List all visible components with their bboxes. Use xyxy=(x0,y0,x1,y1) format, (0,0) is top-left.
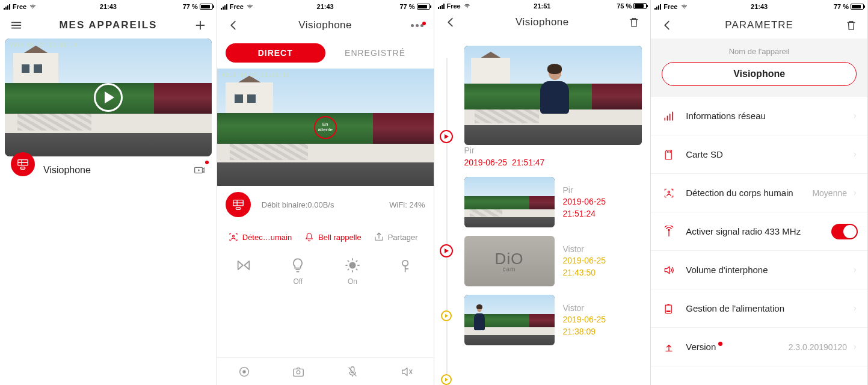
upload-icon xyxy=(660,341,677,353)
svg-point-0 xyxy=(32,8,33,8)
tab-direct[interactable]: DIRECT xyxy=(226,43,325,63)
page-title: PARAMETRE xyxy=(676,19,842,31)
chevron-right-icon xyxy=(852,266,858,274)
delete-button[interactable] xyxy=(842,16,860,34)
event-item[interactable]: Pir 2019-06-25 21:51:47 xyxy=(464,46,642,168)
waiting-badge: En attente xyxy=(314,116,337,139)
device-name-label: Nom de l'appareil xyxy=(662,47,857,56)
event-thumbnail xyxy=(464,295,555,345)
carrier-label: Free xyxy=(230,3,244,10)
carrier-label: Free xyxy=(13,3,26,10)
svg-point-4 xyxy=(250,8,250,8)
person-figure xyxy=(473,305,486,333)
antenna-icon xyxy=(660,226,677,238)
event-type: Vistor xyxy=(563,244,606,256)
play-overlay[interactable] xyxy=(5,38,212,156)
mic-mute-button[interactable] xyxy=(346,365,359,378)
light-on-button[interactable]: On xyxy=(344,257,361,286)
svg-point-15 xyxy=(467,7,467,8)
more-icon xyxy=(411,24,423,27)
battery-pct: 75 % xyxy=(617,2,632,10)
signal-bars-icon xyxy=(221,4,227,10)
radio-toggle[interactable] xyxy=(831,224,858,239)
svg-point-16 xyxy=(683,8,684,8)
screen-settings: Free 21:43 77 % PARAMETRE Nom de l'appar… xyxy=(651,0,868,385)
carrier-label: Free xyxy=(447,2,461,10)
svg-point-17 xyxy=(668,191,670,192)
tab-segment: DIRECT ENREGISTRÉ xyxy=(217,38,434,67)
wifi-icon xyxy=(463,3,471,9)
delete-button[interactable] xyxy=(625,13,643,31)
more-button[interactable] xyxy=(408,16,426,34)
back-button[interactable] xyxy=(442,13,460,31)
svg-rect-6 xyxy=(236,208,240,210)
battery-low-icon xyxy=(660,303,677,315)
chevron-right-icon xyxy=(852,343,858,351)
event-datetime: 2019-06-2521:51:24 xyxy=(563,196,606,220)
svg-rect-2 xyxy=(20,167,25,170)
timeline-node-icon[interactable] xyxy=(440,244,453,257)
event-item[interactable]: DiOcam Vistor 2019-06-2521:43:50 xyxy=(464,236,642,286)
chevron-right-icon xyxy=(852,189,858,197)
version-value: 2.3.0.20190120 xyxy=(789,342,847,352)
back-button[interactable] xyxy=(658,16,676,34)
timeline-node-icon[interactable] xyxy=(440,130,453,143)
add-device-button[interactable] xyxy=(191,16,209,34)
tab-recorded[interactable]: ENREGISTRÉ xyxy=(325,43,425,63)
snapshot-button[interactable] xyxy=(292,365,305,378)
device-preview-card[interactable]: V019 08 25 21:40:14 xyxy=(5,38,212,156)
light-off-button[interactable]: Off xyxy=(289,257,306,286)
menu-button[interactable] xyxy=(7,16,25,34)
row-version[interactable]: Version 2.3.0.20190120 xyxy=(651,328,867,366)
svg-rect-21 xyxy=(666,310,671,312)
battery-icon xyxy=(417,4,430,10)
battery-icon xyxy=(851,4,864,10)
svg-point-13 xyxy=(297,371,300,374)
row-intercom-volume[interactable]: Volume d'interphone xyxy=(651,251,867,289)
sd-card-icon xyxy=(660,149,677,161)
recordings-button[interactable] xyxy=(190,161,208,179)
event-list: Pir 2019-06-25 21:51:47 Pir 2019-06-2521… xyxy=(458,34,651,385)
battery-pct: 77 % xyxy=(834,3,849,10)
wifi-icon xyxy=(29,4,37,10)
row-sd-card[interactable]: Carte SD xyxy=(651,135,867,174)
wifi-icon xyxy=(680,4,688,10)
svg-point-7 xyxy=(232,235,234,237)
timeline-track xyxy=(434,34,458,385)
event-item[interactable]: Pir 2019-06-2521:51:24 xyxy=(464,177,642,227)
signal-bars-icon xyxy=(438,3,445,9)
play-icon xyxy=(94,83,123,112)
row-human-detection[interactable]: Détection du corps humain Moyenne xyxy=(651,174,867,212)
record-button[interactable] xyxy=(238,365,251,378)
bell-recall-button[interactable]: Bell rappelle xyxy=(304,232,362,242)
human-detect-button[interactable]: Détec…umain xyxy=(228,232,292,242)
flip-button[interactable] xyxy=(235,257,252,286)
event-item[interactable]: Vistor 2019-06-2521:38:09 xyxy=(464,295,642,345)
action-row: Détec…umain Bell rappelle Partager xyxy=(217,223,434,251)
row-power-management[interactable]: Gestion de l'alimentation xyxy=(651,289,867,328)
device-name: Visiophone xyxy=(43,165,190,176)
back-button[interactable] xyxy=(224,16,242,34)
svg-rect-12 xyxy=(293,369,303,376)
status-bar: Free 21:51 75 % xyxy=(434,0,651,11)
person-figure xyxy=(539,66,571,120)
unlock-button[interactable] xyxy=(398,257,415,286)
speaker-mute-button[interactable] xyxy=(400,365,413,378)
navbar: Visiophone xyxy=(217,12,434,38)
event-type: Pir xyxy=(464,145,642,157)
timeline-node-icon[interactable] xyxy=(441,374,452,385)
event-thumbnail: DiOcam xyxy=(464,236,555,286)
wifi-strength: WiFi: 24% xyxy=(389,200,425,209)
device-name-button[interactable]: Visiophone xyxy=(662,62,857,86)
human-detection-value: Moyenne xyxy=(812,188,847,198)
event-datetime: 2019-06-2521:38:09 xyxy=(563,314,606,337)
signal-bars-icon xyxy=(4,4,10,10)
device-type-icon xyxy=(11,152,35,176)
live-video[interactable]: V019 08 25 21:41:13 En attente xyxy=(217,69,434,186)
share-button[interactable]: Partager xyxy=(374,232,418,242)
timeline-node-icon[interactable] xyxy=(441,310,452,321)
battery-pct: 77 % xyxy=(399,3,414,10)
row-network-info[interactable]: Informations réseau xyxy=(651,97,867,135)
row-radio-signal[interactable]: Activer signal radio 433 MHz xyxy=(651,212,867,251)
page-title: MES APPAREILS xyxy=(25,19,191,31)
